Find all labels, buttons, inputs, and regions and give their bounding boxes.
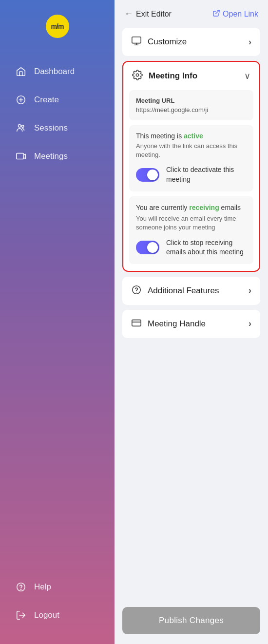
stop-emails-toggle[interactable] <box>136 241 159 254</box>
publish-bar: Publish Changes <box>115 600 268 644</box>
additional-features-chevron: › <box>249 285 251 296</box>
meeting-handle-row-left: Meeting Handle <box>131 318 206 330</box>
stop-emails-toggle-thumb <box>147 242 158 253</box>
svg-point-4 <box>21 125 24 128</box>
svg-rect-5 <box>17 153 24 159</box>
svg-rect-16 <box>132 320 141 326</box>
svg-point-7 <box>21 589 21 590</box>
exit-editor-label: Exit Editor <box>136 10 172 19</box>
meeting-handle-row[interactable]: Meeting Handle › <box>122 310 260 338</box>
meeting-info-header[interactable]: Meeting Info ∨ <box>123 62 259 90</box>
deactivate-toggle-thumb <box>147 170 158 180</box>
svg-point-15 <box>136 292 136 292</box>
additional-features-row[interactable]: Additional Features › <box>122 277 260 305</box>
deactivate-toggle-row: Click to deactivate this meeting <box>136 165 247 184</box>
meeting-info-chevron-down: ∨ <box>244 71 250 81</box>
spacer <box>122 343 260 440</box>
gear-icon <box>132 70 143 82</box>
dashboard-label: Dashboard <box>34 67 75 76</box>
help-label: Help <box>34 582 51 592</box>
additional-features-label: Additional Features <box>148 286 219 296</box>
svg-point-14 <box>133 285 141 294</box>
additional-features-row-left: Additional Features <box>131 284 219 297</box>
customize-row[interactable]: Customize › <box>122 28 260 56</box>
active-status-desc: Anyone with the link can access this mee… <box>136 142 247 159</box>
sidebar-item-logout[interactable]: Logout <box>0 601 115 629</box>
create-icon <box>15 94 27 106</box>
deactivate-toggle-track <box>136 168 159 182</box>
question-circle-icon <box>131 284 142 297</box>
email-title-suffix: emails <box>219 204 241 211</box>
logout-icon <box>15 609 27 622</box>
meetings-icon <box>15 150 27 163</box>
sessions-label: Sessions <box>34 123 68 133</box>
sessions-icon <box>15 122 27 134</box>
meeting-info-header-left: Meeting Info <box>132 70 197 82</box>
back-arrow-icon: ← <box>124 9 133 19</box>
active-status-text: active <box>184 132 203 140</box>
sidebar-item-meetings[interactable]: Meetings <box>0 142 115 170</box>
create-label: Create <box>34 95 59 105</box>
meeting-handle-chevron: › <box>249 319 251 329</box>
logo-badge: m/m <box>46 15 69 38</box>
sidebar-nav: Dashboard Create <box>0 48 115 563</box>
meetings-label: Meetings <box>34 152 68 161</box>
deactivate-toggle[interactable] <box>136 168 159 182</box>
open-link-button[interactable]: Open Link <box>212 9 258 19</box>
publish-changes-button[interactable]: Publish Changes <box>122 607 260 634</box>
meeting-url-label: Meeting URL <box>136 97 247 104</box>
email-card-title: You are currently receiving emails <box>136 203 247 213</box>
svg-rect-10 <box>132 37 141 43</box>
main-content: ← Exit Editor Open Link <box>115 0 268 644</box>
customize-chevron-right: › <box>249 37 251 47</box>
card-icon <box>131 318 142 330</box>
panel[interactable]: Customize › Meeting Info ∨ <box>115 28 268 600</box>
svg-line-9 <box>216 10 219 14</box>
receiving-text: receiving <box>189 204 219 211</box>
meeting-handle-label: Meeting Handle <box>148 319 206 329</box>
home-icon <box>15 65 27 78</box>
sidebar: m/m Dashboard Create <box>0 0 115 644</box>
sidebar-logo: m/m <box>0 0 115 48</box>
exit-editor-button[interactable]: ← Exit Editor <box>124 9 172 19</box>
stop-emails-toggle-track <box>136 241 159 254</box>
meeting-url-card: Meeting URL https://meet.google.com/ji <box>129 90 253 120</box>
sidebar-item-create[interactable]: Create <box>0 86 115 114</box>
sidebar-item-sessions[interactable]: Sessions <box>0 114 115 142</box>
email-title-prefix: You are currently <box>136 204 189 211</box>
meeting-info-section: Meeting Info ∨ Meeting URL https://meet.… <box>122 61 260 272</box>
customize-label: Customize <box>148 37 187 47</box>
open-link-label: Open Link <box>223 10 258 19</box>
email-card-desc: You will receive an email every time som… <box>136 214 247 232</box>
active-status-title: This meeting is active <box>136 132 247 140</box>
deactivate-toggle-label: Click to deactivate this meeting <box>166 165 247 184</box>
stop-emails-toggle-row: Click to stop receiving emails about thi… <box>136 238 247 257</box>
meeting-info-title: Meeting Info <box>149 71 197 81</box>
active-title-prefix: This meeting is <box>136 132 184 140</box>
sidebar-bottom: Help Logout <box>0 563 115 644</box>
svg-point-3 <box>19 125 21 127</box>
external-link-icon <box>212 9 220 19</box>
monitor-icon <box>131 36 142 48</box>
topbar: ← Exit Editor Open Link <box>115 0 268 28</box>
logout-label: Logout <box>34 610 59 620</box>
sidebar-item-dashboard[interactable]: Dashboard <box>0 57 115 86</box>
svg-point-13 <box>136 74 139 76</box>
active-status-card: This meeting is active Anyone with the l… <box>129 125 253 191</box>
meeting-url-value: https://meet.google.com/ji <box>136 106 247 114</box>
help-icon <box>15 581 27 593</box>
stop-emails-toggle-label: Click to stop receiving emails about thi… <box>166 238 247 257</box>
email-card: You are currently receiving emails You w… <box>129 196 253 264</box>
customize-row-left: Customize <box>131 36 187 48</box>
sidebar-item-help[interactable]: Help <box>0 573 115 601</box>
